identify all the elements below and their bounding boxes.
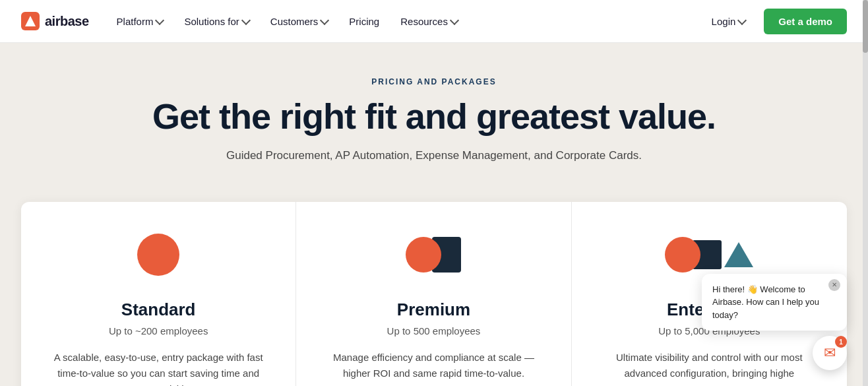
nav-item-customers-label: Customers <box>270 16 319 27</box>
nav-item-platform-label: Platform <box>117 16 154 27</box>
chat-launcher-button[interactable]: ✉ 1 <box>813 336 847 370</box>
nav-item-solutions[interactable]: Solutions for <box>175 11 258 32</box>
nav-item-pricing[interactable]: Pricing <box>340 11 388 32</box>
nav-item-platform[interactable]: Platform <box>108 11 173 32</box>
standard-card-title: Standard <box>121 300 196 320</box>
standard-icon <box>137 234 179 276</box>
chevron-down-icon <box>155 15 164 24</box>
premium-icon <box>406 237 461 273</box>
logo-text: airbase <box>45 14 89 29</box>
premium-card-subtitle: Up to 500 employees <box>387 325 481 337</box>
get-demo-button[interactable]: Get a demo <box>764 9 847 34</box>
hero-section: PRICING AND PACKAGES Get the right fit a… <box>0 43 868 191</box>
chat-greeting-text: Hi there! 👋 Welcome to Airbase. How can … <box>712 284 819 320</box>
standard-card: Standard Up to ~200 employees A scalable… <box>21 202 296 386</box>
login-label: Login <box>712 16 736 27</box>
chat-launcher-icon: ✉ <box>824 344 836 362</box>
nav-item-resources[interactable]: Resources <box>391 11 467 32</box>
airbase-logo-icon <box>21 12 40 30</box>
chevron-down-icon <box>241 15 251 24</box>
nav-item-pricing-label: Pricing <box>349 16 379 27</box>
premium-card-desc1: Manage efficiency and compliance at scal… <box>320 350 547 381</box>
hero-eyebrow: PRICING AND PACKAGES <box>13 77 855 86</box>
standard-card-desc1: A scalable, easy-to-use, entry package w… <box>45 350 272 386</box>
scrollbar-thumb[interactable] <box>863 0 868 53</box>
chat-badge: 1 <box>835 336 847 348</box>
scrollbar[interactable] <box>863 0 868 386</box>
chevron-down-icon <box>737 15 747 24</box>
navbar: airbase Platform Solutions for Customers… <box>0 0 868 43</box>
premium-card: Premium Up to 500 employees Manage effic… <box>296 202 571 386</box>
chat-bubble: ✕ Hi there! 👋 Welcome to Airbase. How ca… <box>702 274 847 331</box>
enterprise-icon <box>665 237 753 273</box>
logo[interactable]: airbase <box>21 12 89 30</box>
standard-card-subtitle: Up to ~200 employees <box>109 325 208 337</box>
premium-card-title: Premium <box>397 300 470 320</box>
premium-card-icon-wrapper <box>406 228 461 281</box>
chevron-down-icon <box>450 15 459 24</box>
enterprise-icon-triangle <box>724 242 753 267</box>
nav-right: Login Get a demo <box>704 9 847 34</box>
chat-bubble-close-button[interactable]: ✕ <box>828 279 840 291</box>
nav-items: Platform Solutions for Customers Pricing… <box>108 11 704 32</box>
standard-card-icon-wrapper <box>137 228 179 281</box>
hero-subtitle: Guided Procurement, AP Automation, Expen… <box>13 149 855 162</box>
login-button[interactable]: Login <box>704 11 754 32</box>
chevron-down-icon <box>320 15 329 24</box>
nav-item-solutions-label: Solutions for <box>184 16 239 27</box>
hero-title: Get the right fit and greatest value. <box>13 97 855 136</box>
nav-item-resources-label: Resources <box>400 16 448 27</box>
nav-item-customers[interactable]: Customers <box>261 11 338 32</box>
chat-widget: ✕ Hi there! 👋 Welcome to Airbase. How ca… <box>702 274 847 371</box>
